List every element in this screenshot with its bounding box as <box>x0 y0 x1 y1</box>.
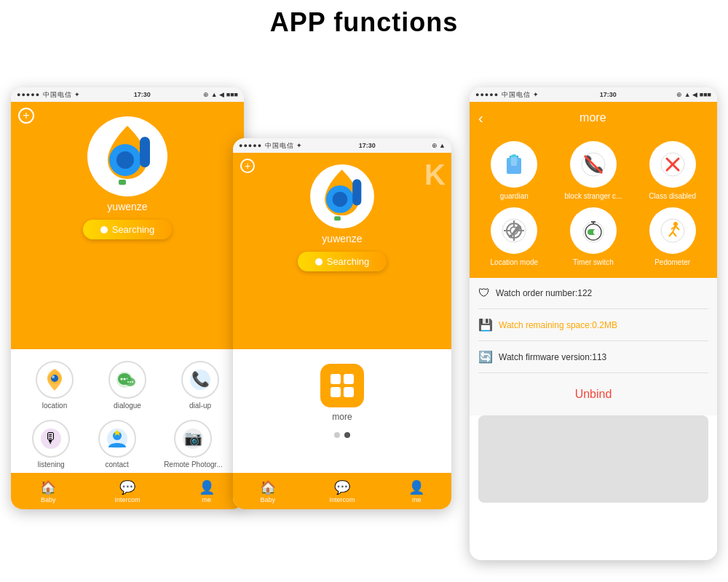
screen1-location-icon-item[interactable]: location <box>36 361 74 410</box>
screen1-status-bar: ●●●●● 中国电信 ✦ 17:30 ⊕ ▲ ◀ ■■■ <box>11 87 244 102</box>
location-icon <box>41 367 68 393</box>
svg-point-15 <box>130 381 131 383</box>
screen3-header-title: more <box>492 111 708 124</box>
screen1-time: 17:30 <box>134 91 151 98</box>
screen2-nav-me[interactable]: 👤 me <box>408 479 424 503</box>
more-pedometer-item[interactable]: Pedometer <box>636 207 708 266</box>
screen3-gray-area <box>478 415 708 503</box>
screen1-nav-baby[interactable]: 🏠 Baby <box>40 479 56 503</box>
svg-point-55 <box>673 222 678 226</box>
screen2-logo-area: yuwenze Searching <box>233 153 451 271</box>
screen1-status-icons: ⊕ ▲ ◀ ■■■ <box>203 91 238 98</box>
screen3-more-grid: guardian 📞 block stranger c... <box>470 134 717 278</box>
dialup-icon-circle: 📞 <box>181 361 219 399</box>
photo-icon: 📷 <box>180 426 206 452</box>
app-logo-svg <box>93 122 162 191</box>
screen2-status-bar: ●●●●● 中国电信 ✦ 17:30 ⊕ ▲ <box>233 138 451 153</box>
page-title: APP functions <box>0 0 728 38</box>
more-timerswitch-item[interactable]: Timer switch <box>558 207 630 266</box>
blockstranger-icon: 📞 <box>579 150 608 179</box>
svg-rect-28 <box>352 179 361 205</box>
screen1-listening-icon-item[interactable]: 🎙 listening <box>32 420 70 469</box>
svg-point-1 <box>116 151 134 169</box>
screen2-location-dot-icon <box>315 258 323 266</box>
svg-point-10 <box>121 378 123 380</box>
more-classdisabled-item[interactable]: Class disabled <box>636 141 708 200</box>
location-label: location <box>42 402 67 410</box>
more-blockstranger-item[interactable]: 📞 block stranger c... <box>558 141 630 200</box>
watch-order-text: Watch order number:122 <box>496 288 592 298</box>
screen1-icons-row2: 🎙 listening contact <box>18 420 237 469</box>
dialup-label: dial-up <box>189 402 211 410</box>
screen1-logo-area: yuwenze Searching <box>11 102 244 239</box>
screen1-carrier: ●●●●● 中国电信 ✦ <box>17 90 81 100</box>
screen2-dot-1 <box>334 432 340 438</box>
photo-icon-circle: 📷 <box>174 420 212 458</box>
svg-point-27 <box>333 192 348 207</box>
svg-point-16 <box>132 381 133 383</box>
screen2: ●●●●● 中国电信 ✦ 17:30 ⊕ ▲ + K yuwen <box>233 138 451 509</box>
screen1-search-label: Searching <box>112 224 155 235</box>
watch-space-row: 💾 Watch remaining space:0.2MB <box>478 309 708 341</box>
screen2-logo-svg <box>312 167 372 226</box>
screen2-page-dots <box>233 429 451 444</box>
pedometer-icon-circle <box>649 207 696 254</box>
contact-icon-circle <box>98 420 136 458</box>
svg-text:📞: 📞 <box>191 370 210 388</box>
screen1-contact-icon-item[interactable]: contact <box>98 420 136 469</box>
screen1-nav-me-label: me <box>202 496 212 503</box>
screen2-carrier: ●●●●● 中国电信 ✦ <box>239 141 303 151</box>
screen2-nav-intercom-label: Intercom <box>329 496 355 503</box>
guardian-label: guardian <box>500 192 529 200</box>
dialogue-label: dialogue <box>114 402 141 410</box>
screen3-info-section: 🛡 Watch order number:122 💾 Watch remaini… <box>470 278 717 373</box>
unbind-button[interactable]: Unbind <box>575 388 612 401</box>
pedometer-icon <box>658 216 687 245</box>
screen1-dialogue-icon-item[interactable]: dialogue <box>108 361 146 410</box>
back-arrow-icon[interactable]: ‹ <box>478 110 483 127</box>
screen2-home-icon: 🏠 <box>260 479 276 495</box>
screen2-add-button[interactable]: + <box>240 159 255 173</box>
locationmode-icon <box>499 216 529 245</box>
dialup-icon: 📞 <box>187 367 213 393</box>
screen2-nav-me-label: me <box>412 496 422 503</box>
screen1-dialup-icon-item[interactable]: 📞 dial-up <box>181 361 219 410</box>
watch-order-row: 🛡 Watch order number:122 <box>478 278 708 309</box>
screen3-more-header: ‹ more <box>470 102 717 134</box>
location-icon-circle <box>36 361 74 399</box>
screen1-search-button[interactable]: Searching <box>83 220 173 239</box>
svg-rect-4 <box>119 180 126 185</box>
screen2-username: yuwenze <box>322 233 362 244</box>
screen3-status-bar: ●●●●● 中国电信 ✦ 17:30 ⊕ ▲ ◀ ■■■ <box>470 87 717 102</box>
more-guardian-item[interactable]: guardian <box>478 141 550 200</box>
svg-text:🎙: 🎙 <box>44 430 58 446</box>
screen2-nav-baby[interactable]: 🏠 Baby <box>260 479 276 503</box>
screen3-carrier: ●●●●● 中国电信 ✦ <box>475 90 539 100</box>
more-box[interactable] <box>320 364 364 407</box>
storage-icon: 💾 <box>478 318 493 332</box>
screen1-add-button[interactable]: + <box>18 108 34 124</box>
screen1-photo-icon-item[interactable]: 📷 Remote Photogr... <box>164 420 223 469</box>
screen1-nav-intercom[interactable]: 💬 Intercom <box>114 479 140 503</box>
more-dot-4 <box>344 387 354 397</box>
watch-firmware-row: 🔄 Watch firmware version:113 <box>478 341 708 373</box>
home-icon: 🏠 <box>40 479 56 495</box>
screen2-dot-2 <box>344 432 350 438</box>
svg-point-6 <box>51 375 58 382</box>
screen2-status-icons: ⊕ ▲ <box>432 142 446 149</box>
shield-icon: 🛡 <box>478 287 490 300</box>
screen2-nav-intercom[interactable]: 💬 Intercom <box>329 479 355 503</box>
screen2-search-button[interactable]: Searching <box>298 252 387 271</box>
screen2-me-icon: 👤 <box>408 479 424 495</box>
svg-rect-34 <box>511 157 517 166</box>
timerswitch-icon <box>579 216 608 245</box>
svg-point-11 <box>124 378 126 380</box>
more-locationmode-item[interactable]: Location mode <box>478 207 550 266</box>
guardian-icon-circle <box>491 141 537 188</box>
classdisabled-label: Class disabled <box>649 192 696 200</box>
blockstranger-label: block stranger c... <box>565 192 622 200</box>
contact-label: contact <box>106 461 129 469</box>
intercom-icon: 💬 <box>119 479 135 495</box>
screen2-time: 17:30 <box>359 142 376 149</box>
screen1-nav-me[interactable]: 👤 me <box>199 479 215 503</box>
